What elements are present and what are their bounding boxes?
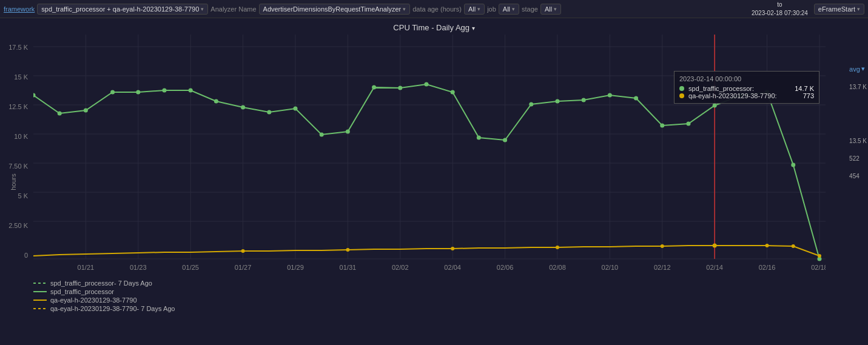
legend-line-4 — [33, 308, 47, 309]
svg-point-35 — [320, 133, 324, 137]
chart-title-chevron: ▾ — [472, 25, 475, 32]
y-tick-0: 0 — [0, 252, 30, 259]
svg-point-34 — [293, 107, 297, 111]
svg-text:01/23: 01/23 — [130, 264, 147, 271]
svg-point-32 — [241, 106, 245, 110]
svg-text:01/25: 01/25 — [182, 264, 199, 271]
analyzer-dropdown[interactable]: AdvertiserDimensionsByRequestTimeAnalyze… — [259, 4, 411, 15]
svg-point-37 — [372, 85, 376, 90]
svg-point-39 — [424, 82, 428, 87]
right-val3: 522 — [849, 155, 867, 162]
svg-point-57 — [451, 247, 454, 250]
y-axis-ticks: 17.5 K 15 K 12.5 K 10 K 7.50 K 5 K 2.50 … — [0, 35, 30, 259]
svg-point-40 — [451, 90, 455, 95]
pipeline-dropdown[interactable]: spd_traffic_processor + qa-eyal-h-202301… — [37, 4, 208, 15]
svg-point-58 — [556, 246, 559, 249]
avg-chevron: ▾ — [861, 65, 865, 73]
spd-line — [33, 84, 819, 259]
svg-text:02/10: 02/10 — [602, 264, 619, 271]
right-val1: 13.7 K — [849, 84, 867, 90]
stage-item: stage All ▾ — [522, 4, 561, 15]
legend-item-3: qa-eyal-h-20230129-38-7790 — [33, 296, 862, 304]
legend-item-4: qa-eyal-h-20230129-38-7790- 7 Days Ago — [33, 305, 862, 312]
svg-point-56 — [346, 248, 349, 252]
svg-point-50 — [713, 104, 717, 108]
svg-point-49 — [686, 122, 690, 126]
svg-point-60 — [713, 244, 717, 248]
eframe-dropdown[interactable]: eFrameStart ▾ — [814, 4, 864, 15]
y-tick-2_5k: 2.50 K — [0, 222, 30, 229]
right-val2: 13.5 K — [849, 138, 867, 144]
svg-text:02/08: 02/08 — [549, 264, 566, 271]
svg-point-42 — [503, 138, 507, 142]
framework-link[interactable]: framework — [4, 5, 35, 13]
svg-point-55 — [241, 249, 245, 253]
qa-line — [33, 246, 819, 256]
y-tick-5k: 5 K — [0, 192, 30, 199]
svg-point-51 — [739, 93, 743, 98]
y-tick-7_5k: 7.50 K — [0, 162, 30, 170]
svg-text:02/16: 02/16 — [759, 264, 776, 271]
svg-text:02/18: 02/18 — [811, 264, 826, 271]
right-val4: 454 — [849, 173, 867, 179]
legend-item-2: spd_traffic_processor — [33, 288, 862, 295]
svg-point-43 — [529, 102, 533, 107]
svg-text:02/02: 02/02 — [392, 264, 409, 271]
legend-label-4: qa-eyal-h-20230129-38-7790- 7 Days Ago — [50, 305, 175, 312]
svg-point-62 — [792, 244, 795, 248]
chart-svg: 01/21 01/23 01/25 01/27 01/29 01/31 02/0… — [33, 35, 826, 277]
svg-point-52 — [765, 90, 769, 95]
legend-label-2: spd_traffic_processor — [50, 288, 114, 295]
legend-line-3 — [33, 300, 47, 301]
svg-point-26 — [84, 109, 88, 113]
right-values: avg ▾ 13.7 K 13.5 K 522 454 — [849, 65, 867, 179]
svg-point-30 — [189, 89, 193, 93]
job-chevron: ▾ — [512, 6, 515, 12]
legend: spd_traffic_processor- 7 Days Ago spd_tr… — [0, 277, 868, 312]
svg-point-28 — [136, 90, 140, 95]
stage-dropdown[interactable]: All ▾ — [540, 4, 561, 15]
job-dropdown[interactable]: All ▾ — [499, 4, 519, 15]
svg-text:01/31: 01/31 — [340, 264, 357, 271]
y-tick-17_5k: 17.5 K — [0, 44, 30, 51]
analyzer-name-label: Analyzer Name — [210, 5, 256, 13]
data-age-label: data age (hours) — [412, 5, 462, 13]
svg-point-48 — [660, 124, 664, 128]
svg-point-41 — [477, 136, 481, 140]
legend-item-1: spd_traffic_processor- 7 Days Ago — [33, 280, 862, 287]
svg-text:01/29: 01/29 — [287, 264, 304, 271]
svg-text:02/12: 02/12 — [654, 264, 671, 271]
legend-line-2 — [33, 291, 47, 292]
svg-point-61 — [765, 244, 769, 247]
legend-label-3: qa-eyal-h-20230129-38-7790 — [50, 296, 137, 304]
svg-text:02/14: 02/14 — [706, 264, 723, 271]
svg-point-29 — [162, 89, 166, 93]
svg-point-47 — [634, 96, 638, 101]
data-age-dropdown[interactable]: All ▾ — [464, 4, 485, 15]
svg-point-33 — [267, 110, 271, 115]
svg-point-36 — [346, 130, 350, 134]
analyzer-chevron: ▾ — [403, 6, 406, 12]
svg-point-25 — [58, 112, 62, 116]
svg-point-59 — [661, 244, 664, 248]
svg-point-46 — [608, 93, 612, 98]
svg-point-53 — [791, 163, 795, 167]
top-bar: framework spd_traffic_processor + qa-eya… — [0, 0, 868, 18]
legend-line-1 — [33, 283, 47, 284]
chart-container: CPU Time - Daily Agg ▾ hours — [0, 18, 868, 345]
y-tick-15k: 15 K — [0, 73, 30, 81]
job-label: job — [487, 5, 496, 13]
y-tick-10k: 10 K — [0, 133, 30, 140]
stage-label: stage — [522, 5, 538, 13]
svg-text:02/06: 02/06 — [497, 264, 514, 271]
svg-point-27 — [110, 90, 115, 95]
analyzer-name-item: Analyzer Name AdvertiserDimensionsByRequ… — [210, 4, 410, 15]
pipeline-selector: spd_traffic_processor + qa-eyal-h-202301… — [37, 4, 208, 15]
stage-chevron: ▾ — [554, 6, 557, 12]
legend-label-1: spd_traffic_processor- 7 Days Ago — [50, 280, 152, 287]
chart-title[interactable]: CPU Time - Daily Agg ▾ — [0, 18, 868, 35]
eframe-chevron: ▾ — [857, 6, 860, 12]
svg-text:01/27: 01/27 — [235, 264, 252, 271]
avg-button[interactable]: avg ▾ — [849, 65, 867, 73]
svg-point-31 — [214, 99, 218, 104]
